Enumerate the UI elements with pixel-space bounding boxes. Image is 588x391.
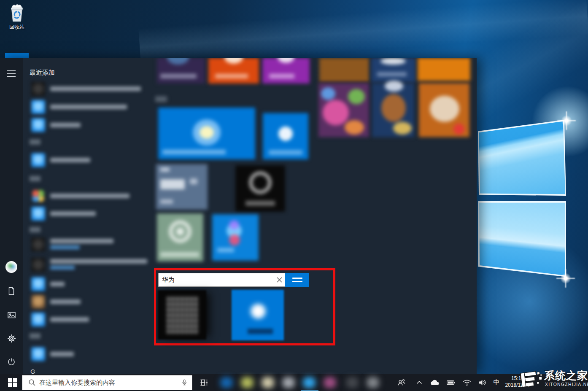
taskbar-app-icon[interactable] [365,377,380,388]
chevron-up-icon [417,381,422,384]
speaker-icon [479,380,483,385]
taskbar-app-icon[interactable] [281,377,296,388]
tile-bar [162,150,226,154]
tile-blob [321,87,335,100]
tile-blob [278,58,294,63]
app-name-blur [50,211,96,216]
tile-bar [160,252,199,257]
app-icon [31,347,45,361]
desktop-screen: 回收站 [0,0,588,391]
app-name-blur [50,282,65,286]
app-list-item[interactable] [31,347,74,361]
tile-bar [269,74,294,78]
taskbar-app-icon[interactable] [219,377,234,388]
start-tile[interactable] [318,83,369,137]
start-tile[interactable] [155,96,167,102]
start-tile[interactable] [419,83,469,137]
app-list-item[interactable] [31,189,129,203]
search-filter-button[interactable] [285,273,309,287]
user-account-button[interactable] [5,261,17,273]
tile-blob [323,100,349,125]
settings-button[interactable] [6,333,17,344]
volume-button[interactable] [476,374,489,391]
tile-blob [229,220,239,229]
watermark: 系统之家 XITONGZHIJIA.NET [520,369,588,391]
people-button[interactable] [395,374,407,391]
app-list-item[interactable] [31,313,89,327]
taskbar-search-box[interactable]: 在这里输入你要搜索的内容 [22,375,192,390]
app-list-item[interactable] [31,207,96,221]
section-letter-blur[interactable] [30,176,40,181]
windows-logo-icon [8,378,17,387]
app-list-item[interactable] [31,277,65,291]
section-letter-g[interactable]: G [30,368,35,374]
onedrive-button[interactable] [429,374,441,391]
pictures-button[interactable] [6,310,17,321]
search-result-tile-dark[interactable] [158,290,206,340]
search-icon [29,380,34,384]
app-list-item[interactable] [31,295,81,309]
app-list-item[interactable] [31,153,90,167]
start-tile[interactable] [156,164,208,210]
qr-code-blur [167,297,198,333]
tile-bar [377,72,407,76]
section-letter-blur[interactable] [30,333,40,339]
mic-button[interactable] [181,379,188,386]
tile-blob [348,89,365,104]
ime-indicator[interactable]: 中 [490,374,503,391]
start-tile[interactable] [235,165,285,212]
section-letter-blur[interactable] [30,139,40,145]
search-query-input[interactable] [159,276,274,283]
app-label-blur [248,329,273,334]
taskbar-app-icon[interactable] [322,377,337,388]
wallpaper-window-pane-bottom [478,201,566,279]
tray-overflow-button[interactable] [413,374,426,391]
app-list-item[interactable] [31,82,141,96]
tile-bar [215,74,248,78]
recycle-bin-shortcut[interactable]: 回收站 [3,3,30,31]
app-list-item[interactable] [31,118,81,132]
app-icon [31,82,45,96]
start-tile[interactable] [157,213,203,262]
start-menu-rail [0,58,23,374]
tile-blob [167,58,189,65]
active-app-underline [301,390,318,391]
start-search-box[interactable] [158,273,285,287]
app-list-item[interactable] [31,237,113,252]
start-tile[interactable] [371,58,415,82]
documents-button[interactable] [6,286,17,297]
start-tile[interactable] [262,58,310,84]
gear-icon [9,336,14,341]
app-list-item[interactable] [31,258,147,272]
start-tile[interactable] [319,58,369,82]
app-list-item[interactable] [31,100,127,114]
filter-lines-icon [292,281,302,282]
taskbar-app-icon[interactable] [345,377,360,388]
start-tile[interactable] [372,83,414,137]
menu-expand-button[interactable] [6,68,17,79]
network-button[interactable] [461,374,473,391]
tile-blob [430,96,459,122]
start-tile[interactable] [418,58,470,81]
tile-blob [176,227,184,236]
section-letter-blur[interactable] [30,227,40,232]
tile-bar [269,150,302,155]
taskbar-app-icon[interactable] [302,377,317,388]
tile-blob [278,127,293,141]
taskbar-app-icon[interactable] [240,377,255,388]
start-tile[interactable] [157,58,205,84]
tile-blob [345,120,364,135]
start-tile[interactable] [158,108,255,159]
tile-texture [319,58,369,82]
power-button[interactable] [6,356,17,367]
taskbar-app-icon[interactable] [260,377,275,388]
task-view-button[interactable] [197,374,211,391]
start-button[interactable] [4,374,21,391]
clear-search-button[interactable] [274,275,285,286]
battery-button[interactable] [445,374,457,391]
start-tile[interactable] [208,58,259,84]
start-tile[interactable] [263,113,308,159]
search-result-tile-blue[interactable] [232,290,284,340]
app-name-blur [50,259,147,264]
start-tile[interactable] [212,214,259,261]
